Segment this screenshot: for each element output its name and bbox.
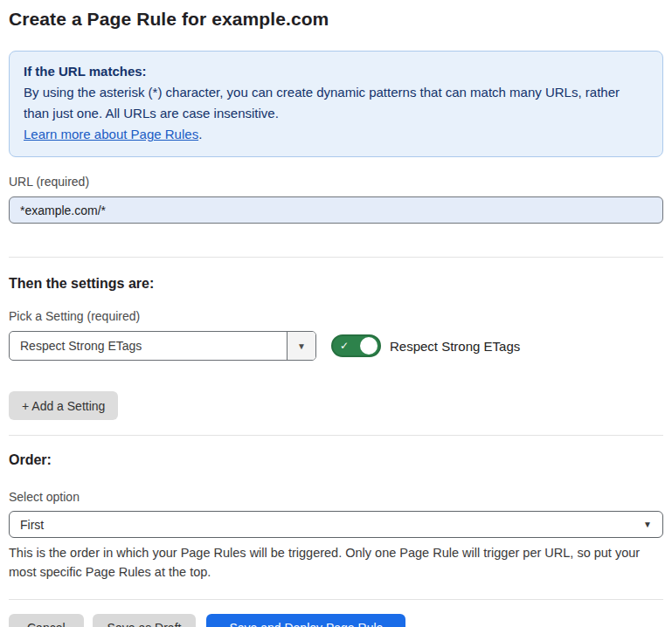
divider <box>9 599 663 600</box>
order-select[interactable]: First ▼ <box>9 511 663 538</box>
respect-strong-etags-toggle[interactable]: ✓ <box>331 334 381 357</box>
setting-dropdown-button[interactable]: ▼ <box>287 332 315 360</box>
info-link-suffix: . <box>198 127 202 141</box>
page-title: Create a Page Rule for example.com <box>9 9 663 30</box>
url-field-label: URL (required) <box>9 175 663 189</box>
select-option-label: Select option <box>9 490 663 504</box>
save-as-draft-button[interactable]: Save as Draft <box>93 614 197 627</box>
add-setting-button[interactable]: + Add a Setting <box>9 391 118 420</box>
toggle-knob <box>360 337 378 355</box>
cancel-button[interactable]: Cancel <box>9 614 84 627</box>
setting-row: Respect Strong ETags ▼ ✓ Respect Strong … <box>9 331 663 361</box>
divider <box>9 257 663 258</box>
chevron-down-icon: ▼ <box>643 520 652 529</box>
url-input[interactable] <box>9 196 663 224</box>
settings-section-heading: Then the settings are: <box>9 276 663 292</box>
url-match-info-box: If the URL matches: By using the asteris… <box>9 51 663 157</box>
order-help-text: This is the order in which your Page Rul… <box>9 543 663 582</box>
order-select-value: First <box>20 518 44 532</box>
check-icon: ✓ <box>340 341 349 351</box>
divider <box>9 435 663 436</box>
info-box-body: By using the asterisk (*) character, you… <box>24 82 648 124</box>
chevron-down-icon: ▼ <box>297 341 306 351</box>
footer-buttons: Cancel Save as Draft Save and Deploy Pag… <box>9 614 663 627</box>
info-box-heading: If the URL matches: <box>24 61 648 82</box>
pick-setting-label: Pick a Setting (required) <box>9 309 663 323</box>
create-page-rule-form: Create a Page Rule for example.com If th… <box>0 9 672 627</box>
learn-more-link[interactable]: Learn more about Page Rules <box>24 127 198 141</box>
setting-dropdown[interactable]: Respect Strong ETags ▼ <box>9 331 316 361</box>
setting-dropdown-value: Respect Strong ETags <box>10 332 287 360</box>
info-link-line: Learn more about Page Rules. <box>24 124 648 145</box>
order-section-heading: Order: <box>9 452 663 468</box>
save-and-deploy-button[interactable]: Save and Deploy Page Rule <box>206 614 405 627</box>
toggle-label: Respect Strong ETags <box>390 339 520 354</box>
